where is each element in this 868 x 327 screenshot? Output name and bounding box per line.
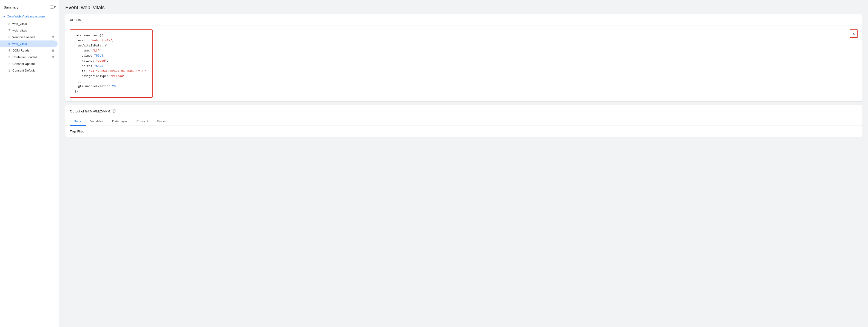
api-call-content: dataLayer.push({ event: "web_vitals", we… [65,26,863,101]
code-line-12: }) [74,89,148,94]
api-call-card: API Call dataLayer.push({ event: "web_vi… [65,14,863,101]
item-label-7: web_vitals [12,29,54,32]
filter-icon[interactable]: ☰▾ [50,5,56,10]
sidebar-item-2[interactable]: 2 Consent Update [0,60,58,67]
item-label-4: DOM Ready [12,49,50,52]
chevron-up-icon: ∧ [852,32,855,35]
code-line-2: event: "web_vitals", [74,38,148,43]
item-number-7: 7 [5,29,10,32]
sidebar-item-1[interactable]: 1 Consent Default [0,67,58,74]
sidebar-item-3[interactable]: 3 Container Loaded ⊞ [0,54,58,60]
item-number-3: 3 [5,55,10,59]
page-title: Event: web_vitals [65,5,863,10]
code-line-8: id: "v4-1723538582424-9497606937133", [74,69,148,74]
main-content: Event: web_vitals API Call dataLayer.pus… [60,0,868,327]
code-line-9: navigationType: "reload" [74,74,148,79]
tab-consent[interactable]: Consent [132,117,153,126]
help-icon[interactable]: ⓘ [112,109,116,114]
tab-variables[interactable]: Variables [86,117,107,126]
item-number-6: 6 [5,35,10,39]
sidebar-item-6[interactable]: 6 Window Loaded ⊞ [0,34,58,40]
chevron-down-icon: ▼ [3,15,5,18]
item-number-4: 4 [5,49,10,52]
sidebar-title: Summary [4,5,19,9]
item-label-8: web_vitals [12,22,54,26]
sidebar-item-5[interactable]: 5 web_vitals [0,40,58,47]
tags-fired-label: Tags Fired [70,130,84,133]
code-line-5: value: 755.5, [74,53,148,58]
sidebar-group-item-core-web-vitals[interactable]: ▼ Core Web Vitals measurem... [0,13,60,20]
output-card-header: Output of GTM-PMZ5VPR ⓘ [65,105,863,117]
code-line-4: name: "LCP", [74,48,148,53]
item-number-8: 8 [5,22,10,26]
code-line-11: gtm.uniqueEventId: 29 [74,84,148,89]
output-header-label: Output of GTM-PMZ5VPR [70,109,110,113]
code-line-3: webVitalsData: { [74,43,148,48]
code-icon-4: ⊞ [52,49,54,52]
tags-fired-section: Tags Fired [65,126,863,137]
code-line-1: dataLayer.push({ [74,33,148,38]
sidebar-items-list: 8 web_vitals 7 web_vitals 6 Window Loade… [0,21,60,74]
code-line-6: rating: "good", [74,58,148,63]
code-line-7: delta: 755.5, [74,64,148,69]
item-label-3: Container Loaded [12,55,50,59]
item-label-6: Window Loaded [12,35,50,39]
sidebar: Summary ☰▾ ▼ Core Web Vitals measurem...… [0,0,60,327]
tab-tags[interactable]: Tags [70,117,86,126]
item-label-2: Consent Update [12,62,54,65]
collapse-button[interactable]: ∧ [849,29,858,38]
item-number-1: 1 [5,69,10,72]
code-icon-3: ⊞ [52,55,54,59]
sidebar-item-8[interactable]: 8 web_vitals [0,21,58,27]
sidebar-header: Summary ☰▾ [0,3,60,12]
sidebar-group: ▼ Core Web Vitals measurem... [0,12,60,21]
api-call-header: API Call [65,14,863,26]
code-line-10: }, [74,79,148,84]
item-label-1: Consent Default [12,69,54,72]
item-number-5: 5 [5,42,10,46]
code-icon-6: ⊞ [52,35,54,39]
item-label-5: web_vitals [12,42,54,46]
item-number-2: 2 [5,62,10,65]
sidebar-item-7[interactable]: 7 web_vitals [0,27,58,34]
tabs-bar: Tags Variables Data Layer Consent Errors [65,117,863,126]
tab-errors[interactable]: Errors [153,117,170,126]
tab-data-layer[interactable]: Data Layer [107,117,132,126]
sidebar-group-label: Core Web Vitals measurem... [7,15,47,18]
output-card: Output of GTM-PMZ5VPR ⓘ Tags Variables D… [65,105,863,137]
code-block: dataLayer.push({ event: "web_vitals", we… [70,29,153,98]
sidebar-item-4[interactable]: 4 DOM Ready ⊞ [0,47,58,54]
